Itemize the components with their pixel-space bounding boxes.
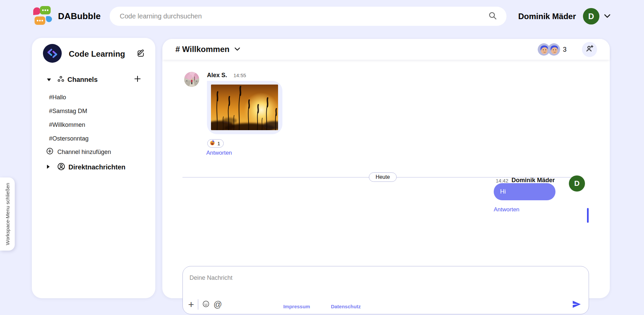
workspace-header[interactable]: Code Learning (43, 44, 145, 64)
channel-item-samstag-dm[interactable]: #Samstag DM (49, 104, 89, 118)
search-input[interactable] (110, 12, 488, 20)
edit-workspace-icon[interactable] (137, 49, 145, 59)
message-input[interactable] (185, 270, 565, 292)
member-count: 3 (563, 46, 567, 53)
search-icon[interactable] (488, 11, 497, 21)
message-author: Alex S. (207, 72, 227, 79)
caret-right-icon[interactable] (47, 164, 50, 170)
caret-down-icon[interactable] (47, 76, 51, 83)
workspace-menu-toggle-label: Workspace-Menu schließen (5, 183, 10, 245)
message-list: Alex S. 14:55 (162, 60, 610, 298)
channel-item-ostersonntag[interactable]: #Ostersonntag (49, 132, 89, 146)
user-menu[interactable]: Dominik Mäder D (518, 0, 610, 33)
reply-link[interactable]: Antworten (206, 150, 232, 156)
brand-name: DABubble (58, 11, 101, 21)
add-channel-label: Channel hinzufügen (57, 149, 111, 156)
direct-messages-section[interactable]: Direktnachrichten (47, 162, 125, 172)
date-divider-pill: Heute (369, 172, 397, 182)
add-channel-button[interactable]: Channel hinzufügen (46, 147, 111, 157)
add-member-button[interactable] (582, 42, 597, 57)
user-name: Dominik Mäder (518, 12, 576, 21)
reply-link[interactable]: Antworten (494, 206, 520, 213)
channel-item-label: #Hallo (49, 94, 66, 101)
member-avatar (548, 43, 560, 56)
user-initial: D (588, 12, 594, 21)
add-channel-plus-icon[interactable] (134, 75, 141, 84)
channel-item-label: #Samstag DM (49, 108, 87, 115)
party-face-emoji-icon (210, 140, 215, 147)
search-bar (110, 7, 506, 26)
workspace-name: Code Learning (69, 49, 125, 59)
user-avatar: D (583, 8, 599, 24)
workspace-menu-toggle[interactable]: Workspace-Menu schließen (0, 177, 15, 251)
message-bubble: Hi (494, 183, 555, 200)
channel-title-button[interactable]: # Willkommen (175, 45, 240, 54)
channel-title: # Willkommen (175, 45, 229, 54)
channel-item-label: #Ostersonntag (49, 135, 89, 142)
member-list-button[interactable]: 3 (538, 43, 567, 56)
workspace-logo-icon (43, 44, 62, 64)
circled-plus-icon (46, 147, 54, 157)
avatar-initial: D (574, 179, 580, 188)
dabubble-logo-icon (32, 5, 53, 28)
account-circle-icon (57, 162, 65, 172)
message-author-avatar[interactable] (184, 72, 199, 87)
chevron-down-icon (234, 46, 240, 52)
message-image-attachment[interactable] (207, 81, 282, 134)
impressum-link[interactable]: Impressum (283, 304, 310, 309)
reaction-pill[interactable]: 1 (207, 139, 224, 148)
app-logo[interactable]: DABubble (32, 5, 101, 28)
datenschutz-link[interactable]: Datenschutz (331, 304, 361, 309)
message-author: Dominik Mäder (512, 177, 555, 184)
person-add-icon (586, 45, 594, 54)
message-time: 14:42 (496, 178, 508, 183)
channel-header: # Willkommen (162, 39, 610, 60)
channel-list: #Hallo #Samstag DM #Willkommen #Osterson… (49, 91, 89, 146)
channels-section-label: Channels (67, 76, 98, 84)
scrollbar-thumb[interactable] (587, 208, 589, 223)
message-time: 14:55 (233, 72, 246, 78)
message-author-avatar[interactable]: D (569, 175, 585, 192)
channel-item-label: #Willkommen (49, 121, 85, 128)
reaction-count: 1 (217, 141, 220, 146)
chat-panel: # Willkommen (162, 39, 610, 298)
page-footer: Impressum Datenschutz (0, 304, 644, 309)
channel-item-willkommen[interactable]: #Willkommen (49, 118, 89, 132)
channels-section-header[interactable]: Channels (47, 74, 141, 85)
message-header: Alex S. 14:55 (207, 72, 246, 79)
channels-icon (57, 75, 64, 84)
workspace-sidebar: Code Learning Channels #Hallo #Samstag D… (32, 38, 155, 298)
message-text: Hi (500, 188, 506, 195)
chevron-down-icon (604, 13, 610, 19)
top-header: DABubble Dominik Mäder D (0, 0, 644, 33)
channel-item-hallo[interactable]: #Hallo (49, 91, 89, 104)
direct-messages-label: Direktnachrichten (68, 163, 125, 171)
